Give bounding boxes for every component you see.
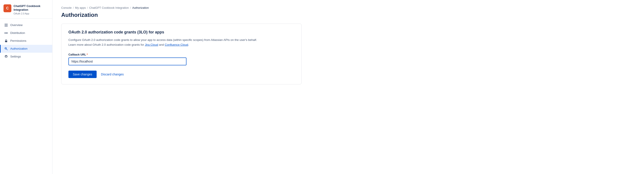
sidebar-item-permissions[interactable]: Permissions xyxy=(0,37,52,45)
svg-line-7 xyxy=(6,49,8,50)
svg-point-2 xyxy=(7,32,8,34)
svg-point-8 xyxy=(6,48,6,48)
sidebar-item-authorization-label: Authorization xyxy=(10,47,28,50)
sidebar-item-overview-label: Overview xyxy=(10,24,22,27)
main-content: Console / My apps / ChatGPT Cookbook Int… xyxy=(52,0,644,174)
breadcrumb-sep-1: / xyxy=(73,6,74,10)
overview-icon xyxy=(4,23,8,27)
page-title: Authorization xyxy=(61,12,635,18)
breadcrumb-myapps[interactable]: My apps xyxy=(75,6,86,10)
jira-cloud-link[interactable]: Jira Cloud xyxy=(145,43,158,46)
authorization-card: OAuth 2.0 authorization code grants (3LO… xyxy=(61,24,302,84)
app-subtitle: OAuth 2.0 App xyxy=(14,12,49,15)
card-title: OAuth 2.0 authorization code grants (3LO… xyxy=(68,30,294,34)
breadcrumb-sep-2: / xyxy=(87,6,88,10)
svg-point-1 xyxy=(4,32,5,34)
breadcrumb-sep-3: / xyxy=(130,6,131,10)
sidebar: C ChatGPT Cookbook Integration OAuth 2.0… xyxy=(0,0,52,174)
callback-url-label: Callback URL * xyxy=(68,53,294,56)
breadcrumb-app[interactable]: ChatGPT Cookbook Integration xyxy=(89,6,129,10)
distribution-icon xyxy=(4,31,8,35)
app-title: ChatGPT Cookbook Integration xyxy=(14,4,49,12)
permissions-icon xyxy=(4,39,8,43)
callback-url-input[interactable] xyxy=(68,58,186,65)
breadcrumb-current: Authorization xyxy=(132,6,149,10)
svg-rect-5 xyxy=(5,41,7,42)
confluence-cloud-link[interactable]: Confluence Cloud xyxy=(165,43,188,46)
discard-button[interactable]: Discard changes xyxy=(101,72,124,76)
svg-point-0 xyxy=(6,32,7,34)
sidebar-item-distribution[interactable]: Distribution xyxy=(0,29,52,37)
sidebar-item-authorization[interactable]: Authorization xyxy=(0,45,52,53)
app-icon: C xyxy=(4,4,11,12)
authorization-icon xyxy=(4,47,8,51)
sidebar-item-distribution-label: Distribution xyxy=(10,31,25,34)
breadcrumb-console[interactable]: Console xyxy=(61,6,72,10)
card-description: Configure OAuth 2.0 authorization code g… xyxy=(68,38,265,47)
sidebar-item-permissions-label: Permissions xyxy=(10,39,26,42)
sidebar-item-settings-label: Settings xyxy=(10,55,21,58)
sidebar-item-settings[interactable]: Settings xyxy=(0,53,52,60)
sidebar-nav: Overview Distribution xyxy=(0,18,52,174)
sidebar-header: C ChatGPT Cookbook Integration OAuth 2.0… xyxy=(0,0,52,18)
callback-url-group: Callback URL * xyxy=(68,53,294,65)
form-actions: Save changes Discard changes xyxy=(68,70,294,78)
breadcrumb: Console / My apps / ChatGPT Cookbook Int… xyxy=(61,6,635,10)
sidebar-item-overview[interactable]: Overview xyxy=(0,21,52,29)
required-indicator: * xyxy=(87,53,88,56)
app-info: ChatGPT Cookbook Integration OAuth 2.0 A… xyxy=(14,4,49,15)
settings-icon xyxy=(4,55,8,58)
save-button[interactable]: Save changes xyxy=(68,70,96,78)
